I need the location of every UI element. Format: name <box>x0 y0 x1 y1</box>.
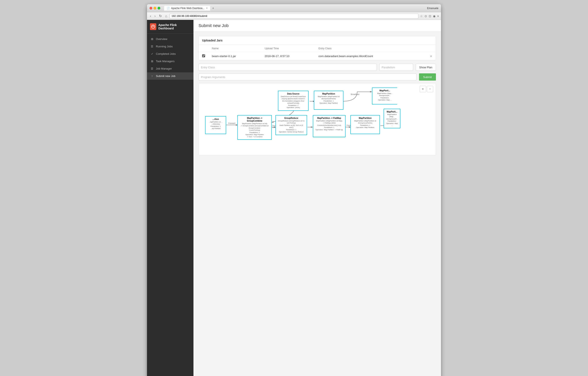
page-title: Submit new Job <box>199 23 436 28</box>
node-title: MapParti... <box>374 89 396 92</box>
menu-icon[interactable]: ≡ <box>437 14 439 18</box>
node-title: ...rtion <box>207 118 224 121</box>
plan-node-map-partition-final: MapPartition MapPartition (MapPartition … <box>350 115 380 134</box>
app-layout: Apache Flink Dashboard ⊞ Overview ☰ Runn… <box>147 20 441 376</box>
browser-toolbar: ‹ › ↻ ⌂ ☆ ⊙ ⊡ ◉ ≡ <box>147 12 441 20</box>
svg-text:Broadcast: Broadcast <box>351 93 359 95</box>
form-row-2: Submit <box>199 73 436 81</box>
jar-delete-button[interactable]: ✕ <box>430 55 432 58</box>
zoom-out-button[interactable]: − <box>427 86 433 92</box>
main-header: Submit new Job <box>193 20 441 32</box>
uploaded-jars-card: Uploaded Jars Name Upload Time Entry Cla… <box>199 36 436 60</box>
svg-text:Forward: Forward <box>228 122 235 124</box>
node-title: MapPartition <box>353 117 378 120</box>
back-button[interactable]: ‹ <box>149 14 152 18</box>
plan-node-map-partition-1: MapPartition MapPartition (MapPartition … <box>314 91 343 110</box>
node-detail: MapPartition (MapPartition at Map)-> Fla… <box>315 120 343 131</box>
jars-table: Name Upload Time Entry Class <box>199 45 436 60</box>
maximize-button[interactable] <box>158 7 160 10</box>
main-content: Submit new Job Uploaded Jars Name Upload… <box>193 20 441 376</box>
refresh-button[interactable]: ↻ <box>158 13 163 18</box>
node-detail: MapPartition (Map...AnonymousP...Paralle… <box>374 92 396 101</box>
reader-icon[interactable]: ⊙ <box>425 14 427 18</box>
plan-zoom-controls: + − <box>420 86 433 92</box>
node-title: MapPartition -> GroupCombine <box>240 117 270 122</box>
sidebar-logo: Apache Flink Dashboard <box>147 20 193 34</box>
screen-icon[interactable]: ⊡ <box>429 14 431 18</box>
sidebar-navigation: ⊞ Overview ☰ Running Jobs ✓ Completed Jo… <box>147 34 193 81</box>
tab-favicon: 📄 <box>167 7 170 10</box>
profile-icon[interactable]: ◉ <box>433 14 436 18</box>
jar-name: beam-starter-0.1.jar <box>209 52 261 60</box>
browser-tab[interactable]: 📄 Apache Flink Web Dashboa... ✕ <box>164 6 210 11</box>
bookmark-icon[interactable]: ☆ <box>420 14 423 18</box>
forward-button[interactable]: › <box>154 14 156 18</box>
col-name: Name <box>209 45 261 52</box>
plan-node-partial-left: ...rtion ...lapPartition at ......ctWord… <box>205 116 226 134</box>
browser-traffic-lights <box>149 7 160 10</box>
submit-job-icon: ↑ <box>150 74 154 77</box>
node-title: GroupReduce <box>278 117 305 120</box>
sidebar-item-label: Submit new Job <box>156 74 176 77</box>
node-detail: DataSource (at Read(CreateSour ce)(org.a… <box>280 96 306 109</box>
node-detail: GroupReduce (GroupReduce at Co unt.PerKe… <box>278 120 305 133</box>
overview-icon: ⊞ <box>150 37 154 41</box>
home-button[interactable]: ⌂ <box>164 14 168 18</box>
node-detail: ...lapPartition at ......ctWords))Parall… <box>207 121 224 130</box>
program-args-input[interactable] <box>199 73 417 81</box>
tab-close-icon[interactable]: ✕ <box>206 7 208 9</box>
plan-node-group-reduce: GroupReduce GroupReduce (GroupReduce at … <box>275 115 307 135</box>
new-tab-button[interactable]: + <box>211 6 215 11</box>
plan-section: + − <box>199 83 436 155</box>
minimize-button[interactable] <box>154 7 156 10</box>
logo-icon <box>150 23 156 30</box>
submit-button[interactable]: Submit <box>419 73 436 81</box>
sidebar-item-task-managers[interactable]: ⊞ Task Managers <box>147 57 193 65</box>
task-managers-icon: ⊞ <box>150 60 154 63</box>
parallelism-input[interactable] <box>379 64 413 71</box>
completed-jobs-icon: ✓ <box>150 52 154 55</box>
sidebar: Apache Flink Dashboard ⊞ Overview ☰ Runn… <box>147 20 193 376</box>
plan-node-data-source: Data Source DataSource (at Read(CreateSo… <box>278 91 309 111</box>
col-entry-class: Entry Class <box>315 45 420 52</box>
plan-canvas: Broadcast Forward Hash Partition on [0],… <box>199 83 436 155</box>
browser-toolbar-icons: ☆ ⊙ ⊡ ◉ ≡ <box>420 14 439 18</box>
svg-point-0 <box>151 25 155 28</box>
col-upload-time: Upload Time <box>261 45 315 52</box>
entry-class-input[interactable] <box>199 64 377 71</box>
row-checkbox[interactable] <box>202 54 205 57</box>
node-detail: MapPartition (Map...AnonymousP...Paralle… <box>386 114 398 127</box>
job-manager-icon: ☰ <box>150 67 154 70</box>
jar-delete-cell: ✕ <box>420 52 436 60</box>
table-header-row: Name Upload Time Entry Class <box>199 45 436 52</box>
col-actions <box>420 45 436 52</box>
node-detail: MapPartition (MapPartition at AnonymousP… <box>316 96 341 104</box>
zoom-in-button[interactable]: + <box>420 86 426 92</box>
node-title: MapPartition -> FlatMap <box>315 117 343 120</box>
address-bar[interactable] <box>170 13 418 19</box>
row-checkbox-cell[interactable] <box>199 52 209 60</box>
browser-window: 📄 Apache Flink Web Dashboa... ✕ + Emanue… <box>147 4 441 376</box>
jar-entry-class: com.dataradiant.beam.examples.WordCount <box>315 52 420 60</box>
node-detail: MapPartition (MapPartition at AnonymousP… <box>353 120 378 129</box>
sidebar-item-label: Task Managers <box>156 60 174 63</box>
user-name: Emanuele <box>427 7 439 10</box>
sidebar-item-completed-jobs[interactable]: ✓ Completed Jobs <box>147 50 193 57</box>
plan-node-map-partition-far-right: MapParti... MapPartition (Map...Anonymou… <box>384 109 400 128</box>
sidebar-item-label: Job Manager <box>156 67 172 70</box>
close-button[interactable] <box>149 7 152 10</box>
sidebar-item-overview[interactable]: ⊞ Overview <box>147 35 193 43</box>
sidebar-item-submit-job[interactable]: ↑ Submit new Job <box>147 72 193 80</box>
sidebar-item-job-manager[interactable]: ☰ Job Manager <box>147 65 193 72</box>
table-row: beam-starter-0.1.jar 2016-06-17, 8:57:10… <box>199 52 436 60</box>
plan-node-map-partition-gc: MapPartition -> GroupCombine MapPartitio… <box>237 115 272 140</box>
sidebar-item-label: Overview <box>156 37 167 41</box>
node-title: Data Source <box>280 92 306 95</box>
sidebar-item-label: Completed Jobs <box>156 52 176 55</box>
node-detail: MapPartition (MapPartition at Init)-> Gr… <box>240 123 270 138</box>
jars-table-container: Name Upload Time Entry Class <box>199 45 436 60</box>
col-checkbox <box>199 45 209 52</box>
form-row-1: Show Plan <box>199 64 436 71</box>
show-plan-button[interactable]: Show Plan <box>416 64 436 71</box>
sidebar-item-running-jobs[interactable]: ☰ Running Jobs <box>147 43 193 50</box>
